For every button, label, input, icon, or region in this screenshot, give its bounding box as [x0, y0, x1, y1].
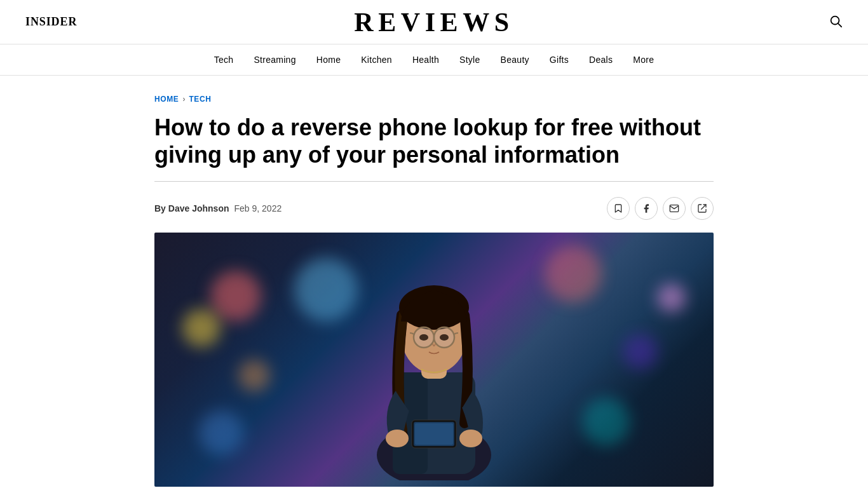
nav-item-style[interactable]: Style: [459, 55, 480, 65]
share-icon: [697, 203, 707, 214]
nav-item-deals[interactable]: Deals: [589, 55, 613, 65]
bokeh-light-9: [657, 283, 686, 312]
article-byline: By Dave Johnson Feb 9, 2022: [154, 203, 281, 214]
svg-point-11: [419, 334, 428, 341]
person-figure: [345, 239, 523, 480]
breadcrumb-separator: ›: [182, 95, 185, 104]
svg-rect-17: [415, 423, 453, 445]
site-header: INSIDER REVIEWS: [0, 0, 868, 44]
main-nav: Tech Streaming Home Kitchen Health Style…: [0, 44, 868, 76]
svg-line-1: [838, 24, 841, 27]
article-title: How to do a reverse phone lookup for fre…: [154, 114, 714, 182]
share-button[interactable]: [691, 197, 714, 220]
bokeh-light-4: [238, 360, 270, 391]
nav-item-tech[interactable]: Tech: [214, 55, 234, 65]
nav-item-kitchen[interactable]: Kitchen: [361, 55, 392, 65]
hero-image: [154, 233, 714, 487]
author-name[interactable]: Dave Johnson: [168, 203, 229, 214]
article-author: By Dave Johnson: [154, 203, 229, 214]
nav-item-streaming[interactable]: Streaming: [254, 55, 295, 65]
bokeh-light-5: [199, 410, 243, 455]
bokeh-light-1: [210, 271, 261, 322]
breadcrumb-home[interactable]: HOME: [154, 95, 179, 104]
search-button[interactable]: [829, 14, 843, 30]
search-icon: [829, 14, 843, 28]
email-button[interactable]: [663, 197, 686, 220]
article-meta: By Dave Johnson Feb 9, 2022: [154, 197, 714, 220]
facebook-icon: [641, 203, 651, 214]
insider-logo[interactable]: INSIDER: [25, 15, 77, 29]
nav-item-beauty[interactable]: Beauty: [501, 55, 529, 65]
nav-item-gifts[interactable]: Gifts: [550, 55, 569, 65]
social-share-icons: [607, 197, 714, 220]
hero-image-bg: [154, 233, 714, 487]
bokeh-light-8: [582, 398, 630, 445]
article-date: Feb 9, 2022: [234, 203, 282, 214]
bokeh-light-2: [182, 309, 220, 347]
svg-point-13: [386, 430, 409, 447]
facebook-button[interactable]: [635, 197, 658, 220]
nav-item-home[interactable]: Home: [316, 55, 341, 65]
bokeh-light-7: [623, 334, 658, 369]
reviews-logo[interactable]: REVIEWS: [354, 7, 513, 37]
bookmark-button[interactable]: [607, 197, 630, 220]
nav-item-more[interactable]: More: [633, 55, 654, 65]
email-icon: [669, 203, 679, 214]
breadcrumb-section[interactable]: TECH: [189, 95, 211, 104]
article-content: HOME › TECH How to do a reverse phone lo…: [129, 76, 739, 487]
breadcrumb: HOME › TECH: [154, 95, 714, 104]
author-prefix: By: [154, 203, 168, 214]
svg-point-14: [459, 430, 482, 447]
person-svg: [345, 239, 523, 480]
bookmark-icon: [613, 203, 623, 214]
bokeh-light-6: [545, 245, 602, 302]
nav-item-health[interactable]: Health: [412, 55, 439, 65]
svg-point-12: [440, 334, 449, 341]
